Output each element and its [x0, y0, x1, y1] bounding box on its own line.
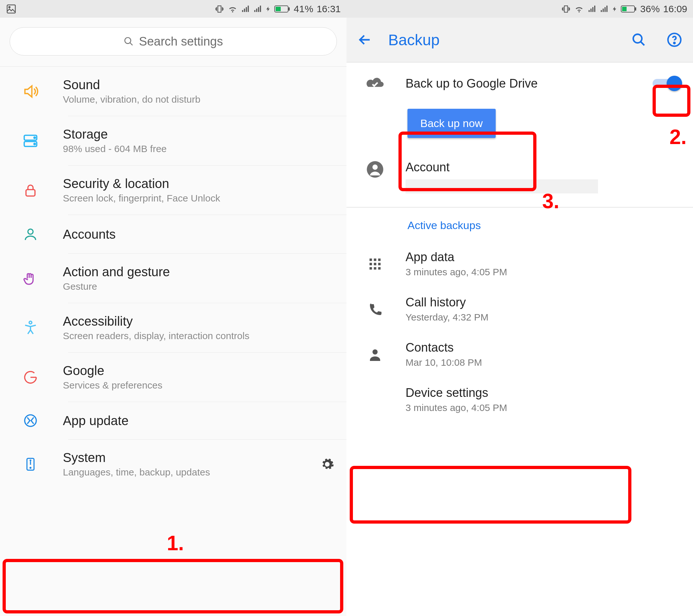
annotation-box-3 — [398, 132, 536, 191]
item-title: Action and gesture — [63, 265, 337, 279]
battery-percent: 41% — [294, 3, 314, 15]
svg-rect-25 — [370, 258, 372, 261]
backup-sub: Yesterday, 4:32 PM — [405, 312, 682, 323]
item-sub: 98% used - 604 MB free — [63, 143, 337, 154]
help-icon[interactable] — [667, 32, 682, 47]
phone-info-icon — [23, 455, 38, 473]
vibrate-icon — [215, 4, 224, 14]
item-sub: Screen readers, display, interaction con… — [63, 331, 337, 341]
settings-item-accounts[interactable]: Accounts — [0, 215, 346, 254]
row-contacts[interactable]: Contacts Mar 10, 10:08 PM — [346, 332, 693, 377]
signal-icon — [253, 4, 262, 14]
signal-icon — [241, 4, 250, 14]
item-sub: Screen lock, fingerprint, Face Unlock — [63, 193, 337, 204]
item-title: Accessibility — [63, 314, 337, 329]
wifi-icon — [574, 4, 584, 14]
settings-item-system[interactable]: System Languages, time, backup, updates — [0, 440, 346, 491]
settings-item-app-update[interactable]: App update — [0, 402, 346, 439]
person-icon — [368, 347, 383, 362]
search-icon[interactable] — [631, 33, 646, 47]
svg-rect-3 — [289, 7, 290, 11]
svg-rect-29 — [374, 263, 376, 265]
row-call-history[interactable]: Call history Yesterday, 4:32 PM — [346, 286, 693, 332]
annotation-label-1: 1. — [167, 531, 184, 555]
apps-grid-icon — [368, 257, 382, 272]
battery-icon — [621, 5, 637, 13]
svg-point-34 — [373, 350, 378, 355]
row-gdrive-toggle[interactable]: Back up to Google Drive — [346, 63, 693, 100]
row-device-settings[interactable]: Device settings 3 minutes ago, 4:05 PM — [346, 377, 693, 422]
status-time: 16:09 — [663, 3, 687, 15]
backup-title: App data — [405, 250, 682, 264]
settings-item-gesture[interactable]: Action and gesture Gesture — [0, 254, 346, 303]
svg-rect-26 — [374, 258, 376, 261]
person-circle-icon — [366, 160, 384, 178]
phone-icon — [368, 302, 383, 317]
update-icon — [23, 413, 38, 428]
item-title: Storage — [63, 127, 337, 141]
svg-point-24 — [373, 164, 378, 170]
hand-icon — [23, 270, 38, 287]
svg-point-1 — [9, 6, 10, 8]
svg-point-12 — [29, 321, 32, 324]
search-container: Search settings — [0, 18, 346, 67]
backup-sub: 3 minutes ago, 4:05 PM — [405, 266, 682, 278]
search-settings[interactable]: Search settings — [9, 27, 337, 56]
svg-rect-18 — [635, 7, 636, 11]
svg-rect-10 — [26, 190, 35, 196]
svg-point-22 — [674, 42, 675, 44]
storage-icon — [22, 133, 39, 149]
bolt-icon — [265, 4, 271, 14]
account-icon — [23, 226, 38, 242]
svg-rect-19 — [622, 7, 627, 11]
svg-rect-33 — [378, 267, 381, 270]
svg-point-8 — [34, 137, 35, 138]
status-bar: 36% 16:09 — [346, 0, 693, 18]
item-title: System — [63, 451, 306, 465]
google-icon — [23, 370, 38, 385]
svg-rect-28 — [370, 263, 372, 265]
gdrive-label: Back up to Google Drive — [405, 77, 640, 91]
item-sub: Gesture — [63, 281, 337, 292]
battery-percent: 36% — [640, 3, 660, 15]
backup-title: Device settings — [405, 386, 682, 400]
svg-rect-31 — [370, 267, 372, 270]
picture-icon — [6, 3, 17, 15]
svg-rect-32 — [374, 267, 376, 270]
annotation-label-2: 2. — [670, 125, 687, 149]
svg-rect-0 — [7, 5, 15, 13]
item-title: Accounts — [63, 227, 337, 242]
item-title: Sound — [63, 78, 337, 92]
status-time: 16:31 — [317, 3, 341, 15]
row-app-data[interactable]: App data 3 minutes ago, 4:05 PM — [346, 241, 693, 286]
settings-item-sound[interactable]: Sound Volume, vibration, do not disturb — [0, 67, 346, 116]
svg-rect-30 — [378, 263, 381, 265]
phone-right-backup: 36% 16:09 Backup Back up to Google Drive — [346, 0, 693, 616]
item-title: Security & location — [63, 176, 337, 191]
gear-icon[interactable] — [320, 457, 334, 471]
status-bar: 41% 16:31 — [0, 0, 346, 18]
backup-sub: 3 minutes ago, 4:05 PM — [405, 402, 682, 413]
svg-point-16 — [30, 460, 31, 460]
settings-item-google[interactable]: Google Services & preferences — [0, 353, 346, 402]
settings-item-security[interactable]: Security & location Screen lock, fingerp… — [0, 165, 346, 215]
svg-point-5 — [125, 38, 131, 44]
appbar-title: Backup — [388, 31, 618, 49]
annotation-label-3: 3. — [542, 189, 559, 213]
back-arrow-icon[interactable] — [357, 33, 372, 47]
svg-point-15 — [30, 467, 31, 468]
annotation-box-1 — [3, 559, 343, 613]
search-placeholder: Search settings — [139, 35, 223, 48]
item-title: Google — [63, 363, 337, 378]
backup-title: Contacts — [405, 341, 682, 355]
svg-rect-27 — [378, 258, 381, 261]
wifi-icon — [227, 4, 238, 14]
settings-item-accessibility[interactable]: Accessibility Screen readers, display, i… — [0, 303, 346, 352]
backup-sub: Mar 10, 10:08 PM — [405, 357, 682, 368]
battery-icon — [274, 5, 290, 13]
settings-item-storage[interactable]: Storage 98% used - 604 MB free — [0, 116, 346, 165]
lock-icon — [23, 182, 38, 199]
vibrate-icon — [561, 4, 571, 14]
svg-point-9 — [34, 143, 35, 144]
item-sub: Languages, time, backup, updates — [63, 467, 306, 478]
